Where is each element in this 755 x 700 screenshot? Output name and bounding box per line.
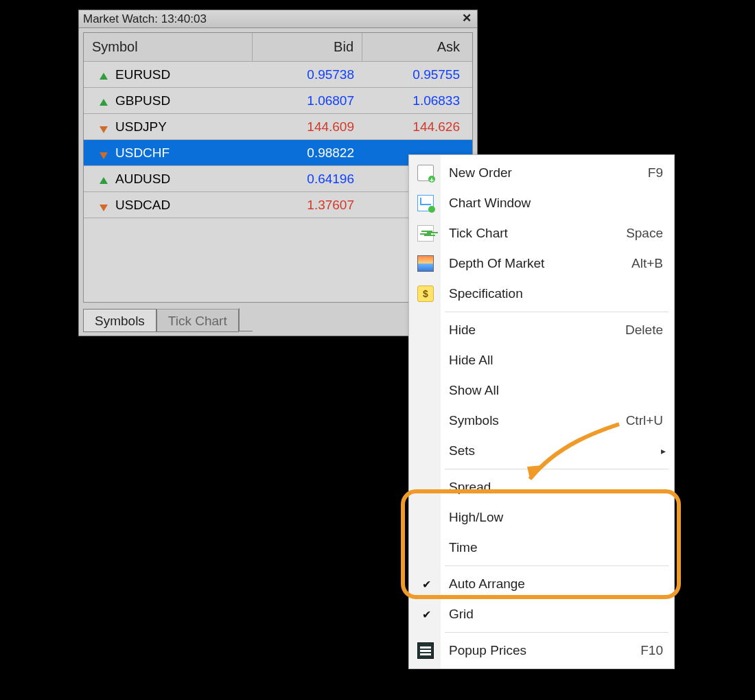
ask-value: 144.626 <box>413 119 460 135</box>
symbol-label: EURUSD <box>115 67 170 82</box>
table-row[interactable]: EURUSD 0.95738 0.95755 <box>84 62 472 88</box>
menu-spread[interactable]: Spread <box>410 472 673 502</box>
svg-marker-5 <box>100 205 108 211</box>
check-icon: ✔ <box>422 608 431 621</box>
symbol-label: USDCAD <box>115 198 170 213</box>
svg-marker-1 <box>100 99 108 106</box>
symbol-label: GBPUSD <box>115 93 170 108</box>
bid-value: 144.609 <box>307 119 354 135</box>
svg-marker-0 <box>100 73 108 80</box>
bid-value: 0.64196 <box>307 172 354 187</box>
separator <box>410 466 673 472</box>
specification-icon <box>417 285 434 302</box>
symbol-label: AUDUSD <box>115 172 170 187</box>
menu-hide-all[interactable]: Hide All <box>410 345 673 375</box>
symbol-label: USDCHF <box>115 145 170 161</box>
col-bid[interactable]: Bid <box>253 33 362 61</box>
window-title: Market Watch: 13:40:03 <box>83 12 461 26</box>
svg-marker-4 <box>100 177 108 184</box>
arrow-down-icon <box>99 200 108 210</box>
col-symbol[interactable]: Symbol <box>84 33 253 61</box>
symbol-label: USDJPY <box>115 119 167 135</box>
arrow-up-icon <box>99 174 108 184</box>
bottom-tabs: Symbols Tick Chart <box>83 305 253 331</box>
svg-marker-2 <box>100 126 108 133</box>
arrow-up-icon <box>99 96 108 106</box>
bid-value: 1.37607 <box>307 198 354 213</box>
menu-symbols[interactable]: Symbols Ctrl+U <box>410 406 673 436</box>
menu-time[interactable]: Time <box>410 533 673 563</box>
ask-value: 0.95755 <box>413 67 460 82</box>
chart-window-icon <box>417 195 434 211</box>
tab-symbols[interactable]: Symbols <box>83 309 156 332</box>
new-order-icon <box>417 165 434 181</box>
separator <box>410 563 673 569</box>
table-row[interactable]: USDJPY 144.609 144.626 <box>84 114 472 140</box>
arrow-up-icon <box>99 70 108 80</box>
menu-popup-prices[interactable]: Popup Prices F10 <box>410 635 673 666</box>
separator <box>410 629 673 635</box>
col-ask[interactable]: Ask <box>362 33 472 61</box>
bid-value: 1.06807 <box>307 93 354 108</box>
svg-marker-3 <box>100 152 108 159</box>
popup-prices-icon <box>417 642 434 659</box>
bid-value: 0.95738 <box>307 67 354 82</box>
menu-specification[interactable]: Specification <box>410 279 673 309</box>
arrow-down-icon <box>99 148 108 158</box>
check-icon: ✔ <box>422 578 431 591</box>
menu-tick-chart[interactable]: Tick Chart Space <box>410 218 673 248</box>
titlebar[interactable]: Market Watch: 13:40:03 ✕ <box>79 10 477 28</box>
menu-high-low[interactable]: High/Low <box>410 502 673 533</box>
menu-hide[interactable]: Hide Delete <box>410 315 673 345</box>
separator <box>410 309 673 315</box>
menu-auto-arrange[interactable]: ✔ Auto Arrange <box>410 569 673 599</box>
bid-value: 0.98822 <box>307 145 354 161</box>
context-menu: New Order F9 Chart Window Tick Chart Spa… <box>408 154 675 669</box>
menu-show-all[interactable]: Show All <box>410 375 673 406</box>
arrow-down-icon <box>99 122 108 132</box>
menu-chart-window[interactable]: Chart Window <box>410 188 673 218</box>
table-row[interactable]: GBPUSD 1.06807 1.06833 <box>84 88 472 114</box>
menu-depth-of-market[interactable]: Depth Of Market Alt+B <box>410 248 673 279</box>
menu-sets[interactable]: Sets <box>410 436 673 466</box>
tab-tick-chart[interactable]: Tick Chart <box>156 309 239 332</box>
ask-value: 1.06833 <box>413 93 460 108</box>
grid-header: Symbol Bid Ask <box>84 33 472 62</box>
tick-chart-icon <box>417 225 434 242</box>
menu-grid[interactable]: ✔ Grid <box>410 599 673 629</box>
close-icon[interactable]: ✕ <box>461 13 473 25</box>
depth-icon <box>417 255 434 272</box>
menu-new-order[interactable]: New Order F9 <box>410 158 673 188</box>
